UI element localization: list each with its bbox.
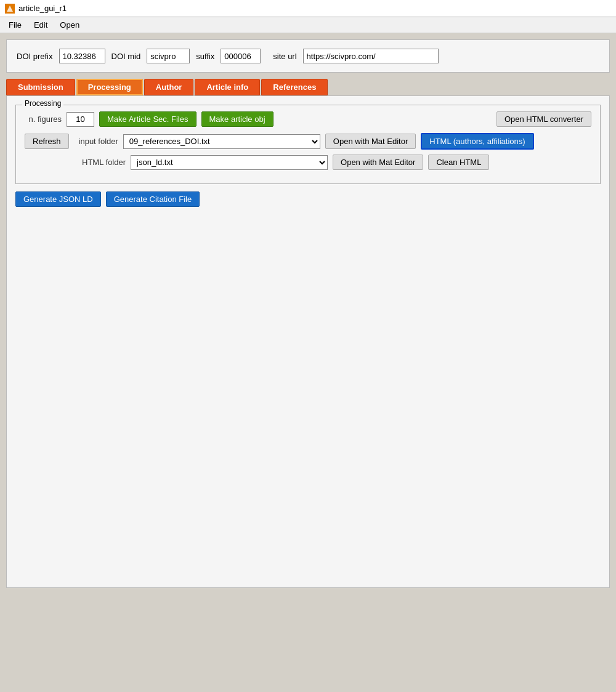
doi-url-label: site url <box>273 52 296 61</box>
doi-mid-input[interactable] <box>147 49 190 63</box>
main-container: DOI prefix DOI mid suffix site url Submi… <box>0 33 616 594</box>
processing-group-title: Processing <box>22 99 63 108</box>
content-panel: Processing n. figures Make Article Sec. … <box>6 95 610 588</box>
menu-open[interactable]: Open <box>54 19 86 31</box>
input-folder-row: Refresh input folder 09_references_DOI.t… <box>25 133 591 150</box>
doi-suffix-input[interactable] <box>221 49 261 63</box>
generate-json-ld-button[interactable]: Generate JSON LD <box>15 191 101 207</box>
menu-bar: File Edit Open <box>0 17 616 33</box>
figures-row: n. figures Make Article Sec. Files Make … <box>25 111 591 127</box>
generate-citation-button[interactable]: Generate Citation File <box>106 191 200 207</box>
doi-panel: DOI prefix DOI mid suffix site url <box>6 39 610 73</box>
doi-url-input[interactable] <box>303 49 439 63</box>
window-title: article_gui_r1 <box>18 4 67 13</box>
doi-mid-label: DOI mid <box>111 52 141 61</box>
title-bar: article_gui_r1 <box>0 0 616 17</box>
n-figures-label: n. figures <box>25 115 62 124</box>
open-mat-editor-input-button[interactable]: Open with Mat Editor <box>325 134 416 149</box>
input-folder-select[interactable]: 09_references_DOI.txt <box>123 134 320 149</box>
tab-references[interactable]: References <box>261 79 328 95</box>
menu-file[interactable]: File <box>2 19 28 31</box>
tab-processing[interactable]: Processing <box>76 79 143 95</box>
doi-prefix-label: DOI prefix <box>17 52 53 61</box>
n-figures-input[interactable] <box>67 112 94 127</box>
refresh-button[interactable]: Refresh <box>25 134 69 149</box>
processing-group: Processing n. figures Make Article Sec. … <box>15 105 601 184</box>
html-folder-select[interactable]: json_ld.txt <box>131 155 328 170</box>
html-authors-button[interactable]: HTML (authors, affiliations) <box>421 133 533 150</box>
doi-suffix-label: suffix <box>196 52 214 61</box>
app-icon <box>5 4 15 14</box>
open-html-converter-button[interactable]: Open HTML converter <box>496 111 591 127</box>
tab-article-info[interactable]: Article info <box>195 79 260 95</box>
tab-bar: Submission Processing Author Article inf… <box>6 79 610 95</box>
clean-html-button[interactable]: Clean HTML <box>428 155 489 170</box>
tab-author[interactable]: Author <box>144 79 194 95</box>
make-sec-files-button[interactable]: Make Article Sec. Files <box>99 111 197 127</box>
make-article-obj-button[interactable]: Make article obj <box>201 111 274 127</box>
bottom-buttons-row: Generate JSON LD Generate Citation File <box>15 191 601 207</box>
input-folder-label: input folder <box>79 137 118 146</box>
open-mat-editor-html-button[interactable]: Open with Mat Editor <box>333 155 423 170</box>
html-folder-label: HTML folder <box>82 158 126 167</box>
tab-submission[interactable]: Submission <box>6 79 75 95</box>
html-folder-row: HTML folder json_ld.txt Open with Mat Ed… <box>25 155 591 170</box>
doi-prefix-input[interactable] <box>59 49 105 63</box>
menu-edit[interactable]: Edit <box>28 19 54 31</box>
